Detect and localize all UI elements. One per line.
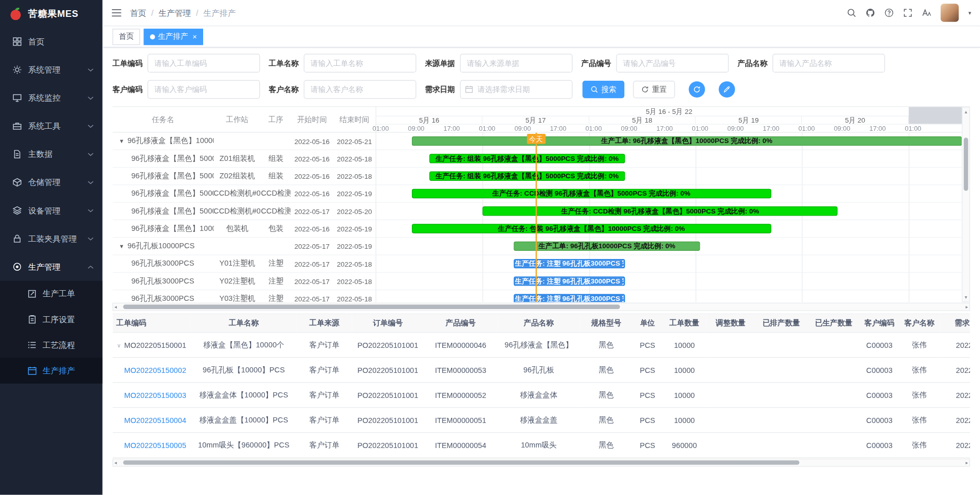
task-bar[interactable]: 生产任务: 包装 96孔移液盒【黑色】10000PCS 完成比例: 0% <box>412 224 771 233</box>
scroll-left-icon[interactable]: ◂ <box>114 303 117 310</box>
product-name-input[interactable] <box>772 54 885 73</box>
gantt-row[interactable]: ▼96孔孔板3000PCS Y03注塑机 注塑 2022-05-17 2022-… <box>112 290 376 302</box>
product-code-input[interactable] <box>616 54 728 73</box>
demand-date-input[interactable] <box>460 80 572 99</box>
scroll-right-icon[interactable]: ▸ <box>966 303 968 310</box>
reset-button[interactable]: 重置 <box>633 81 675 98</box>
scrollbar-thumb[interactable] <box>123 304 620 309</box>
orders-column-header: 客户名称 <box>899 314 940 333</box>
sidebar-item-warehouse-management[interactable]: 仓储管理 <box>0 168 103 196</box>
gantt-row[interactable]: ▼96孔移液盒【黑色】5000PCS Z01组装机 组装 2022-05-16 … <box>112 150 376 168</box>
customer-code-input[interactable] <box>148 80 260 99</box>
orders-table: 工单编码工单名称工单来源订单编号产品编号产品名称规格型号单位工单数量调整数量已排… <box>112 313 970 458</box>
avatar[interactable] <box>941 4 959 22</box>
order-code-link[interactable]: MO202205150003 <box>124 391 186 399</box>
task-start-time: 2022-05-17 <box>291 260 333 268</box>
scroll-right-icon[interactable]: ▸ <box>966 459 968 466</box>
order-row[interactable]: ∨MO202205150004 移液盒盒盖【10000】PCS 客户订单 PO2… <box>112 408 970 433</box>
gantt-row[interactable]: ▼96孔移液盒【黑色】5000PCS CCD检测机#01 CCD检测 2022-… <box>112 185 376 202</box>
edit-schedule-button[interactable] <box>719 81 735 98</box>
work-order-bar[interactable]: 生产工单: 96孔移液盒【黑色】10000PCS 完成比例: 0% <box>412 136 962 146</box>
customer-name-input[interactable] <box>304 80 416 99</box>
task-start-time: 2022-05-16 <box>291 172 333 180</box>
pen-icon <box>723 86 731 93</box>
avatar-caret-icon[interactable]: ▾ <box>968 10 971 16</box>
search-icon[interactable] <box>847 8 856 17</box>
breadcrumb-separator: / <box>151 8 153 17</box>
task-bar[interactable]: 生产任务: 组装 96孔移液盒【黑色】5000PCS 完成比例: 0% <box>429 172 624 181</box>
github-icon[interactable] <box>866 8 875 17</box>
gantt-row[interactable]: ▼96孔移液盒【黑色】10000PCS 2022-05-16 2022-05-2… <box>112 133 376 150</box>
order-row[interactable]: ∨MO202205150001 移液盒【黑色】10000个 客户订单 PO202… <box>112 333 970 358</box>
tab-home[interactable]: 首页 <box>112 29 140 45</box>
order-code-link[interactable]: MO202205150004 <box>124 416 186 425</box>
sidebar-item-home[interactable]: 首页 <box>0 28 103 56</box>
scrollbar-thumb[interactable] <box>123 460 799 465</box>
day-label: 5月 18 <box>589 116 696 124</box>
gantt-vertical-scrollbar[interactable]: ▴ ▾ <box>962 107 970 302</box>
tree-expand-icon[interactable]: ▼ <box>119 243 125 249</box>
sidebar-subitem-process-settings[interactable]: 工序设置 <box>0 307 103 332</box>
sidebar-item-equipment-management[interactable]: 设备管理 <box>0 196 103 224</box>
task-workstation: CCD检测机#02 <box>213 206 261 217</box>
gantt-row[interactable]: ▼96孔移液盒【黑色】5000PCS CCD检测机#02 CCD检测 2022-… <box>112 203 376 220</box>
sidebar-item-system-tools[interactable]: 系统工具 <box>0 112 103 140</box>
sidebar-subitem-production-work-order[interactable]: 生产工单 <box>0 281 103 307</box>
task-bar[interactable]: 生产任务: 组装 96孔移液盒【黑色】5000PCS 完成比例: 0% <box>429 154 624 163</box>
gantt-chart-body: 生产工单: 96孔移液盒【黑色】10000PCS 完成比例: 0%生产任务: 组… <box>376 133 962 302</box>
gantt-row[interactable]: ▼96孔孔板10000PCS 2022-05-17 2022-05-19 <box>112 238 376 255</box>
work-order-bar[interactable]: 生产工单: 96孔孔板10000PCS 完成比例: 0% <box>514 242 700 251</box>
fullscreen-icon[interactable] <box>903 8 913 17</box>
task-bar[interactable]: 生产任务: 注塑 96孔孔板3000PCS 完成比例: 0% <box>514 259 625 268</box>
gantt-horizontal-scrollbar[interactable]: ◂ ▸ <box>112 303 970 311</box>
sidebar-subitem-process-flow[interactable]: 工艺流程 <box>0 332 103 358</box>
task-bar[interactable]: 生产任务: 注塑 96孔孔板3000PCS 完成比例: 0% <box>514 294 625 302</box>
sidebar-item-system-management[interactable]: 系统管理 <box>0 56 103 84</box>
sidebar-item-system-monitoring[interactable]: 系统监控 <box>0 84 103 112</box>
task-bar[interactable]: 生产任务: CCD检测 96孔移液盒【黑色】5000PCS 完成比例: 0% <box>412 189 771 198</box>
produced-qty <box>807 433 860 458</box>
scroll-down-icon[interactable]: ▾ <box>963 294 969 301</box>
scroll-left-icon[interactable]: ◂ <box>114 459 117 466</box>
close-tab-icon[interactable]: × <box>192 33 197 40</box>
gantt-row[interactable]: ▼96孔孔板3000PCS Y02注塑机 注塑 2022-05-17 2022-… <box>112 273 376 290</box>
sidebar-item-production-management[interactable]: 生产管理 <box>0 253 103 281</box>
task-bar[interactable]: 生产任务: 注塑 96孔孔板3000PCS 完成比例: 0% <box>514 276 625 286</box>
gantt-row[interactable]: ▼96孔孔板3000PCS Y01注塑机 注塑 2022-05-17 2022-… <box>112 255 376 273</box>
sidebar-toggle-button[interactable] <box>103 9 130 17</box>
order-code-link[interactable]: MO202205150005 <box>124 441 186 450</box>
task-name: 96孔移液盒【黑色】5000PCS <box>131 171 213 181</box>
order-row[interactable]: ∨MO202205150003 移液盒盒体【10000】PCS 客户订单 PO2… <box>112 383 970 408</box>
scroll-up-icon[interactable]: ▴ <box>963 108 969 115</box>
breadcrumb-home[interactable]: 首页 <box>130 7 146 18</box>
tree-expand-icon[interactable]: ▼ <box>119 138 125 144</box>
gantt-row[interactable]: ▼96孔移液盒【黑色】10000PCS 包装机 包装 2022-05-16 20… <box>112 220 376 238</box>
source-document-input[interactable] <box>460 54 572 73</box>
order-row[interactable]: ∨MO202205150002 96孔孔板【10000】PCS 客户订单 PO2… <box>112 358 970 383</box>
tab-production-scheduling[interactable]: 生产排产 × <box>144 29 203 45</box>
order-row[interactable]: ∨MO202205150005 10mm吸头【960000】PCS 客户订单 P… <box>112 433 970 458</box>
order-name: 96孔孔板【10000】PCS <box>190 358 297 383</box>
search-button[interactable]: 搜索 <box>582 81 624 98</box>
orders-column-header: 需求日期 <box>940 314 970 333</box>
order-code-link[interactable]: MO202205150001 <box>124 341 186 349</box>
order-source: 客户订单 <box>297 383 352 408</box>
gantt-row[interactable]: ▼96孔移液盒【黑色】5000PCS Z02组装机 组装 2022-05-16 … <box>112 168 376 185</box>
app-logo[interactable]: 苦糖果MES <box>0 0 103 28</box>
sidebar-item-master-data[interactable]: 主数据 <box>0 140 103 168</box>
sidebar-item-fixture-management[interactable]: 工装夹具管理 <box>0 225 103 253</box>
gantt-table-body: ▼96孔移液盒【黑色】10000PCS 2022-05-16 2022-05-2… <box>112 133 376 302</box>
unit: PCS <box>632 333 663 358</box>
scrollbar-thumb[interactable] <box>964 137 968 191</box>
orders-horizontal-scrollbar[interactable]: ◂ ▸ <box>112 459 970 467</box>
font-size-icon[interactable] <box>922 8 932 17</box>
breadcrumb-production-management[interactable]: 生产管理 <box>159 7 191 18</box>
task-start-time: 2022-05-16 <box>291 190 333 198</box>
help-icon[interactable] <box>885 8 894 17</box>
row-expand-icon[interactable]: ∨ <box>117 342 121 348</box>
sidebar-subitem-production-scheduling[interactable]: 生产排产 <box>0 358 103 383</box>
refresh-gantt-button[interactable] <box>689 81 705 98</box>
work-order-code-input[interactable] <box>148 54 260 73</box>
order-code-link[interactable]: MO202205150002 <box>124 366 186 374</box>
work-order-name-input[interactable] <box>304 54 416 73</box>
